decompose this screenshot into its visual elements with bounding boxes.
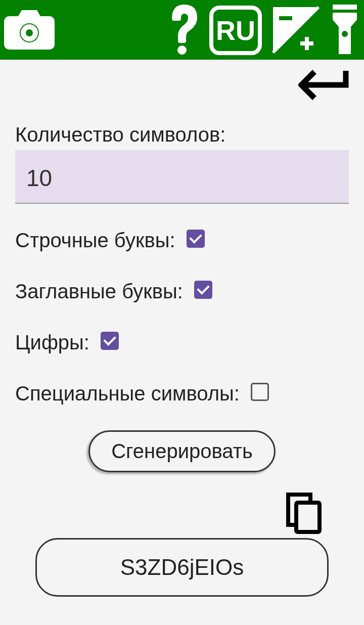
top-toolbar: RU xyxy=(0,0,364,60)
copy-icon[interactable] xyxy=(286,493,324,537)
svg-point-7 xyxy=(177,46,187,55)
main-content: Количество символов: Строчные буквы: Заг… xyxy=(0,60,364,597)
lowercase-label: Строчные буквы: xyxy=(15,229,175,252)
svg-rect-16 xyxy=(296,503,320,532)
svg-rect-11 xyxy=(279,16,292,20)
svg-rect-14 xyxy=(333,5,357,10)
digits-checkbox[interactable] xyxy=(101,332,119,350)
back-icon[interactable] xyxy=(298,69,349,103)
result-output[interactable]: S3ZD6jEIOs xyxy=(35,538,329,597)
count-label: Количество символов: xyxy=(15,123,349,146)
special-row: Специальные символы: xyxy=(15,382,349,405)
special-checkbox[interactable] xyxy=(251,383,269,401)
uppercase-label: Заглавные буквы: xyxy=(15,280,183,303)
digits-row: Цифры: xyxy=(15,331,349,354)
count-input[interactable] xyxy=(15,150,349,204)
svg-text:RU: RU xyxy=(216,15,255,46)
flashlight-icon[interactable] xyxy=(330,4,360,56)
lowercase-row: Строчные буквы: xyxy=(15,229,349,252)
help-icon[interactable] xyxy=(169,5,199,55)
generate-button[interactable]: Сгенерировать xyxy=(88,430,276,472)
language-icon[interactable]: RU xyxy=(209,5,262,55)
special-label: Специальные символы: xyxy=(15,382,240,405)
uppercase-checkbox[interactable] xyxy=(194,281,212,299)
svg-point-15 xyxy=(342,31,348,37)
uppercase-row: Заглавные буквы: xyxy=(15,280,349,303)
svg-rect-13 xyxy=(305,37,309,50)
exposure-icon[interactable] xyxy=(272,6,320,54)
camera-icon[interactable] xyxy=(4,9,55,51)
digits-label: Цифры: xyxy=(15,331,89,354)
lowercase-checkbox[interactable] xyxy=(187,230,205,248)
